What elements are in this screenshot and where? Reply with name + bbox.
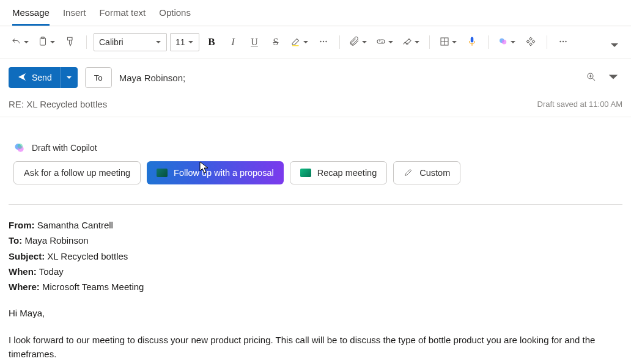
to-button[interactable]: To: [85, 67, 112, 88]
send-button[interactable]: Send: [9, 67, 61, 88]
suggestion-followup-meeting[interactable]: Ask for a follow up meeting: [13, 161, 141, 184]
to-field[interactable]: [119, 67, 575, 88]
ribbon-expand-button[interactable]: [605, 36, 624, 56]
svg-point-3: [320, 40, 321, 42]
copilot-icon: [13, 142, 26, 154]
chevron-down-icon: [188, 37, 194, 47]
suggestion-label: Ask for a follow up meeting: [24, 168, 130, 178]
subject-input[interactable]: RE: XL Recycled bottles: [9, 99, 107, 109]
ellipsis-icon: [558, 36, 569, 49]
copilot-title-text: Draft with Copilot: [32, 143, 97, 153]
pencil-icon: [404, 167, 413, 179]
suggestion-label: Custom: [419, 168, 450, 178]
apps-icon: [525, 36, 536, 49]
formatting-toolbar: Calibri 11 B I U S: [0, 26, 631, 59]
chevron-down-icon: [50, 38, 56, 47]
undo-icon: [11, 36, 22, 49]
paperclip-icon: [349, 36, 360, 49]
font-size-value: 11: [175, 37, 185, 47]
chevron-down-icon: [23, 38, 29, 47]
copilot-draft-block: Draft with Copilot Ask for a follow up m…: [0, 117, 631, 191]
suggestion-recap-meeting[interactable]: Recap meeting: [290, 161, 388, 184]
tab-message[interactable]: Message: [12, 5, 50, 26]
link-button[interactable]: [373, 32, 396, 52]
tab-insert[interactable]: Insert: [63, 5, 86, 26]
copilot-icon: [498, 36, 509, 49]
table-icon: [439, 36, 450, 49]
dictate-button[interactable]: [463, 32, 481, 52]
table-button[interactable]: [437, 32, 460, 52]
paintbrush-icon: [65, 36, 76, 49]
undo-button[interactable]: [9, 32, 32, 52]
copilot-title: Draft with Copilot: [13, 142, 618, 154]
subject-row: RE: XL Recycled bottles Draft saved at 1…: [0, 88, 631, 117]
apps-button[interactable]: [522, 32, 540, 52]
font-name-value: Calibri: [99, 37, 124, 47]
separator: [339, 35, 340, 49]
meta-from: From: Samantha Cantrell: [9, 218, 622, 232]
send-icon: [17, 72, 27, 84]
font-size-select[interactable]: 11: [170, 33, 199, 51]
link-icon: [375, 36, 386, 49]
tab-options[interactable]: Options: [159, 5, 191, 26]
send-label: Send: [32, 73, 52, 82]
copilot-ribbon-button[interactable]: [495, 32, 518, 52]
chevron-down-icon: [388, 38, 394, 47]
chevron-down-icon: [66, 73, 72, 82]
strikethrough-button[interactable]: S: [267, 32, 285, 52]
svg-point-15: [18, 144, 23, 148]
svg-point-11: [565, 40, 566, 42]
tab-format-text[interactable]: Format text: [99, 5, 146, 26]
separator: [86, 35, 87, 49]
copilot-suggestions: Ask for a follow up meeting Follow up wi…: [13, 161, 618, 184]
zoom-group: [582, 68, 622, 87]
zoom-options-button[interactable]: [604, 68, 622, 87]
chevron-down-icon: [608, 71, 619, 84]
zoom-icon: [586, 71, 597, 84]
separator: [429, 35, 430, 49]
svg-rect-2: [292, 45, 299, 46]
body-paragraph: I look forward to our meeting to discuss…: [9, 333, 622, 362]
italic-button[interactable]: I: [224, 32, 242, 52]
chevron-down-icon: [361, 38, 367, 47]
chevron-down-icon: [510, 38, 516, 47]
meta-when: When: Today: [9, 264, 622, 278]
svg-point-10: [563, 40, 564, 42]
svg-point-8: [502, 40, 507, 45]
signature-button[interactable]: [399, 32, 423, 52]
chevron-down-icon: [303, 38, 309, 47]
suggestion-label: Recap meeting: [317, 168, 377, 178]
chevron-down-icon: [155, 37, 161, 47]
separator: [488, 35, 489, 49]
compose-tabs: Message Insert Format text Options: [0, 0, 631, 26]
signature-icon: [402, 36, 413, 49]
suggestion-followup-proposal[interactable]: Follow up with a proposal: [147, 161, 284, 184]
font-name-select[interactable]: Calibri: [94, 33, 167, 51]
body-greeting: Hi Maya,: [9, 306, 622, 320]
suggestion-label: Follow up with a proposal: [174, 168, 274, 178]
meta-to: To: Maya Robinson: [9, 233, 622, 247]
svg-point-5: [325, 40, 327, 42]
email-body[interactable]: From: Samantha Cantrell To: Maya Robinso…: [0, 205, 631, 364]
highlight-button[interactable]: [288, 32, 311, 52]
recap-icon: [300, 169, 311, 177]
zoom-button[interactable]: [582, 68, 600, 87]
chevron-down-icon: [609, 40, 620, 53]
bold-button[interactable]: B: [202, 32, 221, 52]
attach-button[interactable]: [347, 32, 370, 52]
send-options-button[interactable]: [61, 67, 78, 88]
proposal-icon: [157, 169, 168, 177]
highlighter-icon: [290, 36, 301, 49]
underline-button[interactable]: U: [245, 32, 264, 52]
more-formatting-button[interactable]: [314, 32, 333, 52]
chevron-down-icon: [451, 38, 457, 47]
clipboard-icon: [37, 36, 48, 49]
svg-point-9: [559, 40, 561, 42]
format-painter-button[interactable]: [61, 32, 79, 52]
paste-button[interactable]: [35, 32, 58, 52]
overflow-button[interactable]: [554, 32, 572, 52]
send-button-group: Send: [9, 67, 78, 88]
compose-header: Send To: [0, 59, 631, 88]
chevron-down-icon: [414, 38, 420, 47]
suggestion-custom[interactable]: Custom: [393, 161, 460, 184]
